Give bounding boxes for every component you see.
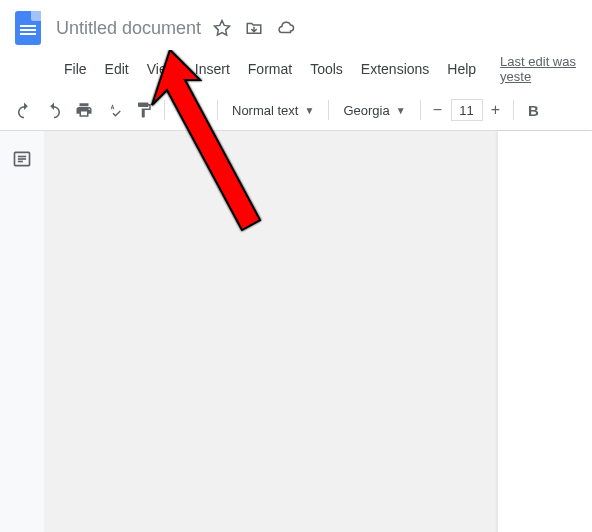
separator — [328, 100, 329, 120]
text-style-dropdown[interactable]: Normal text ▼ — [224, 96, 322, 124]
paint-format-button[interactable] — [130, 96, 158, 124]
menu-edit[interactable]: Edit — [97, 57, 137, 81]
move-icon[interactable] — [245, 19, 263, 37]
menu-file[interactable]: File — [56, 57, 95, 81]
page[interactable] — [498, 131, 592, 532]
chevron-down-icon: ▼ — [304, 105, 314, 116]
outline-icon[interactable] — [12, 149, 32, 532]
cloud-status-icon[interactable] — [277, 19, 295, 37]
menu-view[interactable]: View — [139, 57, 185, 81]
font-size-decrease-button[interactable]: − — [427, 96, 449, 124]
menu-insert[interactable]: Insert — [187, 57, 238, 81]
last-edit-link[interactable]: Last edit was yeste — [500, 54, 592, 84]
document-title[interactable]: Untitled document — [56, 18, 201, 39]
bold-button[interactable]: B — [520, 96, 548, 124]
separator — [164, 100, 165, 120]
text-style-label: Normal text — [232, 103, 298, 118]
font-family-label: Georgia — [343, 103, 389, 118]
menu-help[interactable]: Help — [439, 57, 484, 81]
chevron-down-icon: ▼ — [396, 105, 406, 116]
toolbar: ▼ Normal text ▼ Georgia ▼ − + B — [0, 90, 592, 131]
chevron-down-icon: ▼ — [193, 105, 203, 116]
font-family-dropdown[interactable]: Georgia ▼ — [335, 96, 413, 124]
undo-button[interactable] — [10, 96, 38, 124]
separator — [420, 100, 421, 120]
font-size-increase-button[interactable]: + — [485, 96, 507, 124]
redo-button[interactable] — [40, 96, 68, 124]
separator — [217, 100, 218, 120]
menu-format[interactable]: Format — [240, 57, 300, 81]
spellcheck-button[interactable] — [100, 96, 128, 124]
menu-tools[interactable]: Tools — [302, 57, 351, 81]
menu-bar: File Edit View Insert Format Tools Exten… — [0, 52, 592, 90]
separator — [513, 100, 514, 120]
star-icon[interactable] — [213, 19, 231, 37]
zoom-dropdown[interactable]: ▼ — [171, 96, 211, 124]
font-size-input[interactable] — [451, 99, 483, 121]
document-canvas[interactable] — [44, 131, 592, 532]
docs-logo[interactable] — [8, 8, 48, 48]
print-button[interactable] — [70, 96, 98, 124]
menu-extensions[interactable]: Extensions — [353, 57, 437, 81]
